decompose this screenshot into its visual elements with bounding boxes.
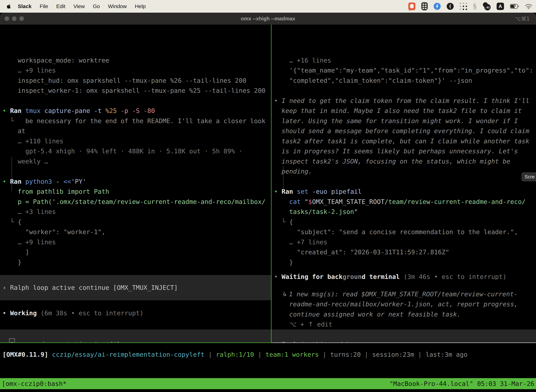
terminal-line: "subject": "send a concise recommendatio… (272, 227, 536, 237)
terminal-line (0, 96, 271, 106)
text-segment: should send a message before completing … (274, 127, 529, 135)
text-segment: Ran (10, 178, 25, 185)
terminal-line: • Ran set -euo pipefail (272, 187, 536, 197)
text-segment: › Ralph loop active continue [OMX_TMUX_I… (2, 283, 178, 293)
terminal-line: • Ran tmux capture-pane -t %25 -p -S -80 (0, 106, 271, 116)
text-segment: [OMX#0.11.9] (2, 351, 48, 358)
text-segment: | (414, 351, 426, 358)
text-segment: (3m 46s • esc to interrupt) (404, 273, 507, 280)
text-segment: inspect_hud: omx sparkshell --tmux-pane … (2, 77, 246, 84)
menu-item-go[interactable]: Go (89, 3, 104, 9)
squiggle-icon[interactable]: § (473, 2, 477, 10)
menu-item-help[interactable]: Help (131, 3, 150, 9)
text-segment: | (254, 351, 266, 358)
text-segment: I need to get the claim token from the c… (282, 97, 529, 104)
text-segment: { (289, 218, 293, 225)
text-segment: … +7 lines (274, 238, 327, 246)
text-segment (274, 321, 289, 328)
close-button[interactable] (5, 16, 9, 21)
text-segment: "worker": "worker-1", (2, 228, 105, 236)
text-segment: └ (2, 218, 18, 225)
text-segment: groun (343, 273, 362, 280)
dark-crescent-icon[interactable] (447, 3, 454, 10)
terminal-line: ⌥ + ↑ edit (272, 319, 536, 330)
tmux-pane-right[interactable]: … +16 lines '{"team_name":"my-team","tas… (272, 25, 536, 343)
text-segment: pending. (274, 168, 312, 175)
text-segment: -t (94, 107, 105, 114)
terminal-line: • Waiting for background terminal (3m 46… (272, 272, 536, 282)
terminal-line: inspect_worker-1: omx sparkshell --tmux-… (0, 85, 271, 96)
terminal-line: continue assigned work or next feasible … (272, 309, 536, 319)
apple-menu-icon[interactable] (7, 4, 11, 9)
text-segment: | (361, 351, 372, 358)
text-segment: -p -S -80 (121, 107, 155, 114)
terminal-line: • I need to get the claim token from the… (272, 96, 536, 106)
text-segment: 1 new msg(s): read $OMX_TEAM_STATE_ROOT/… (289, 290, 517, 298)
terminal-gap (272, 282, 536, 289)
count-badge-label: ..61 (484, 4, 491, 10)
text-segment: " (354, 208, 358, 215)
terminal-line: … +9 lines (0, 65, 271, 75)
text-segment: … +16 lines (274, 57, 331, 64)
text-segment: " (304, 198, 308, 205)
terminal-line: weekly … (0, 156, 271, 167)
menu-item-edit[interactable]: Edit (52, 3, 69, 9)
text-segment: • (2, 309, 10, 317)
tmux-window-tab[interactable]: [omx-cczip0:bash* (2, 378, 67, 389)
text-segment: └ (2, 117, 25, 125)
text-segment: capture-pane (44, 107, 94, 114)
tmux-pane-left[interactable]: workspace_mode: worktree … +9 lines insp… (0, 25, 271, 343)
text-segment: "created_at": "2026-03-31T11:59:27.816Z" (274, 248, 449, 256)
text-segment: set (297, 188, 312, 195)
blue-bolt-icon[interactable] (434, 3, 441, 10)
window-title: omx --xhigh --madmax (241, 16, 295, 22)
dots-grid-icon[interactable] (460, 3, 467, 10)
terminal-line: ] (0, 247, 271, 257)
text-segment: • (2, 178, 10, 185)
text-segment: $ (308, 198, 312, 205)
text-segment: tmux (25, 107, 44, 114)
text-segment: cat (289, 198, 305, 205)
text-segment: p = Path('.omx/state/team/review-current… (2, 198, 266, 205)
terminal-line: p = Path('.omx/state/team/review-current… (0, 197, 271, 207)
menu-item-file[interactable]: File (36, 3, 52, 9)
text-segment: /team/review-current-readme-and-reco/ (385, 198, 526, 205)
text-segment: gpt-5.4 xhigh · 94% left · 488K in · 5.1… (2, 148, 243, 155)
output-connector-line (283, 166, 283, 190)
zoom-button[interactable] (19, 16, 24, 21)
wifi-icon[interactable] (525, 3, 532, 9)
text-segment: %25 (105, 107, 121, 114)
text-segment: inspect task2's JSON, focusing on the st… (274, 158, 510, 165)
window-titlebar[interactable]: omx --xhigh --madmax ⌥⌘1 (0, 13, 536, 25)
terminal-band: › Explain this codebase (272, 330, 536, 343)
text-segment: team:1 workers (266, 351, 319, 358)
menu-item-window[interactable]: Window (104, 3, 131, 9)
text-segment: turns:20 (330, 351, 361, 358)
count-badge-icon[interactable]: ..61 (483, 2, 491, 10)
text-segment (274, 198, 289, 205)
terminal-line: [OMX#0.11.9] cczip/essay/ai-reimplementa… (0, 350, 536, 360)
text-segment: "completed","claim_token":"claim-token"}… (274, 77, 472, 84)
text-segment: << (63, 178, 71, 185)
terminal-line: task2 after task1 is complete, but can I… (272, 136, 536, 146)
terminal-line: is in progress? It seems likely but perh… (272, 146, 536, 156)
keypad-shield-icon[interactable] (421, 2, 428, 10)
screen-tooltip: Scre (522, 173, 536, 181)
minimize-button[interactable] (12, 16, 17, 21)
battery-charging-icon[interactable] (510, 4, 519, 9)
terminal-line (272, 177, 536, 187)
terminal-line: tasks/task-2.json" (272, 207, 536, 217)
menu-item-view[interactable]: View (69, 3, 89, 9)
terminal-line: ↳ 1 new msg(s): read $OMX_TEAM_STATE_ROO… (272, 289, 536, 299)
text-segment: 'PY' (71, 178, 86, 185)
terminal-line: … +9 lines (0, 237, 271, 247)
text-segment: • (274, 273, 282, 280)
terminal-line: later. Using the same for transition mig… (272, 116, 536, 126)
terminal-line: } (0, 257, 271, 267)
chat-bubble-icon[interactable] (408, 2, 415, 10)
menu-item-app[interactable]: Slack (14, 3, 36, 9)
terminal-line: inspect task2's JSON, focusing on the st… (272, 156, 536, 167)
text-segment: at (2, 127, 25, 135)
letter-a-icon[interactable]: A (497, 3, 504, 10)
traffic-lights (5, 13, 24, 25)
